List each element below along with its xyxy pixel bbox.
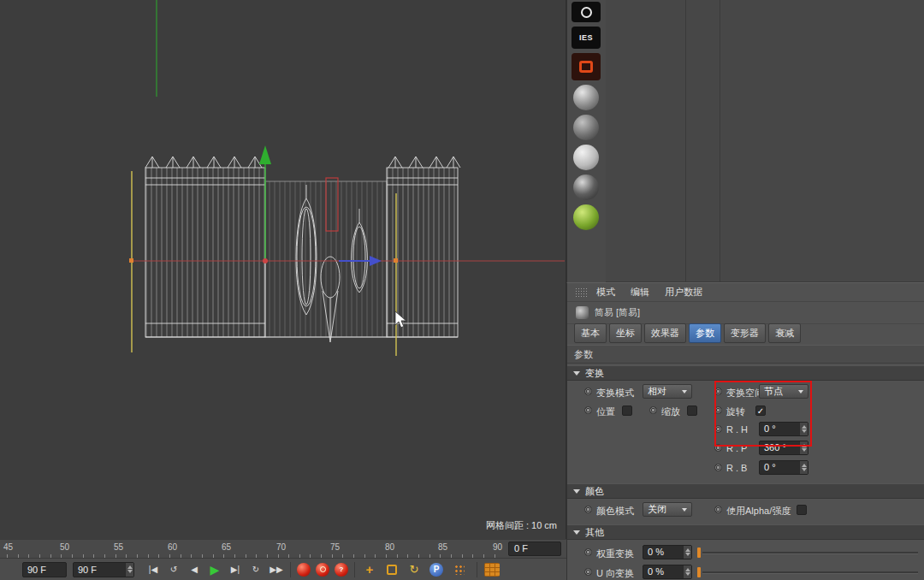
keyframe-options-button[interactable]: ?	[335, 563, 348, 577]
viewport-3d[interactable]: 网格间距 : 10 cm	[0, 0, 566, 539]
tab-deformer[interactable]: 变形器	[724, 323, 766, 343]
menu-userdata[interactable]: 用户数据	[665, 286, 702, 299]
range-start-field[interactable]: 90 F	[22, 562, 67, 577]
goto-start-button[interactable]: |◀	[143, 561, 163, 578]
collapse-caret-icon	[573, 530, 580, 535]
ruler-tick: 90	[493, 542, 502, 552]
ruler-tick: 55	[114, 542, 123, 552]
timeline-ruler[interactable]: 45 50 55 60 65 70 75 80 85 90 0 F	[0, 539, 566, 558]
weight-label: 权重变换	[596, 547, 634, 560]
field-stepper[interactable]	[799, 461, 808, 474]
slider-track[interactable]	[702, 571, 918, 574]
field-stepper[interactable]	[683, 565, 691, 578]
section-color[interactable]: 颜色	[567, 483, 924, 499]
row-weight-transform: 权重变换 0 %	[567, 544, 924, 561]
ruler-tick: 60	[168, 542, 177, 552]
material-sphere-icon[interactable]	[573, 145, 599, 170]
scale-checkbox[interactable]	[687, 405, 697, 416]
handle-point-right[interactable]	[394, 258, 398, 263]
chevron-down-icon	[682, 390, 687, 394]
layout-grid-icon[interactable]	[483, 561, 500, 578]
current-frame-field[interactable]: 0 F	[508, 542, 561, 556]
alpha-checkbox[interactable]	[797, 505, 807, 515]
anim-dot-icon[interactable]	[714, 464, 722, 471]
anim-dot-icon[interactable]	[649, 406, 657, 414]
tab-basic[interactable]: 基本	[574, 323, 607, 343]
params-header: 参数	[567, 345, 924, 364]
anim-dot-icon[interactable]	[584, 568, 592, 576]
u-transform-field[interactable]: 0 %	[643, 565, 692, 579]
field-stepper[interactable]	[683, 546, 691, 559]
record-pla-icon[interactable]	[450, 561, 467, 578]
anim-dot-icon[interactable]	[584, 548, 592, 556]
position-label: 位置	[596, 405, 615, 418]
material-sphere-icon[interactable]	[573, 115, 599, 140]
alpha-label: 使用Alpha/强度	[726, 505, 791, 518]
record-parameter-icon[interactable]: P	[428, 561, 445, 578]
scale-label: 缩放	[661, 405, 680, 418]
ies-light-icon[interactable]: IES	[572, 27, 601, 49]
menu-mode[interactable]: 模式	[596, 286, 615, 299]
weight-field[interactable]: 0 %	[643, 545, 692, 559]
handle-point-left[interactable]	[129, 258, 133, 263]
grid-spacing-label: 网格间距 : 10 cm	[486, 519, 557, 532]
slider-handle[interactable]	[697, 547, 701, 558]
chevron-down-icon	[682, 508, 687, 512]
color-mode-dropdown[interactable]: 关闭	[643, 502, 692, 517]
position-checkbox[interactable]	[622, 405, 632, 416]
row-color-mode: 颜色模式 关闭 使用Alpha/强度	[567, 501, 924, 518]
attribute-tabs: 基本 坐标 效果器 参数 变形器 衰减	[567, 324, 924, 345]
material-sphere-icon[interactable]	[573, 85, 599, 110]
record-scale-icon[interactable]	[383, 561, 400, 578]
row-rotation-b: R . B 0 °	[567, 459, 924, 476]
tab-falloff[interactable]: 衰减	[768, 323, 801, 343]
panel-grip-icon[interactable]	[575, 287, 589, 298]
section-other[interactable]: 其他	[567, 524, 924, 540]
next-frame-button[interactable]: ▶|	[225, 561, 246, 578]
selection-highlight	[326, 178, 338, 231]
y-axis-arrow[interactable]	[259, 145, 271, 164]
object-title: 简易 [简易]	[595, 306, 640, 319]
prev-key-button[interactable]: ↺	[163, 561, 184, 578]
transform-mode-dropdown[interactable]: 相对	[643, 384, 692, 399]
range-end-field[interactable]: 90 F	[73, 562, 134, 577]
record-position-icon[interactable]: +	[361, 561, 378, 578]
collapse-caret-icon	[573, 371, 580, 376]
slider-track[interactable]	[702, 552, 918, 554]
ruler-tick: 45	[3, 542, 13, 552]
field-stepper[interactable]	[125, 563, 133, 577]
render-settings-icon[interactable]	[572, 53, 601, 80]
tab-coord[interactable]: 坐标	[609, 323, 642, 343]
anim-dot-icon[interactable]	[584, 406, 592, 414]
prev-frame-button[interactable]: ◀	[184, 561, 204, 578]
slider-handle[interactable]	[697, 567, 701, 577]
upper-right-panel	[606, 0, 924, 282]
section-transform[interactable]: 变换	[567, 365, 924, 381]
menu-edit[interactable]: 编辑	[631, 286, 649, 299]
rb-field[interactable]: 0 °	[759, 460, 808, 475]
attribute-manager: 模式 编辑 用户数据 简易 [简易] 基本 坐标 效果器 参数 变形器 衰减 参…	[566, 282, 924, 580]
next-key-button[interactable]: ↻	[246, 561, 266, 578]
material-sphere-icon[interactable]	[573, 175, 599, 200]
anim-dot-icon[interactable]	[584, 506, 592, 513]
record-keyframe-button[interactable]	[297, 563, 311, 577]
tab-effector[interactable]: 效果器	[644, 323, 686, 343]
object-origin-dot[interactable]	[263, 258, 268, 263]
row-u-transform: U 向变换 0 %	[567, 564, 924, 580]
divider	[354, 562, 355, 577]
grass-material-icon[interactable]	[573, 204, 599, 230]
tab-parameter[interactable]: 参数	[689, 323, 721, 343]
record-rotation-icon[interactable]: ↻	[406, 561, 423, 578]
autokey-button[interactable]	[316, 563, 329, 577]
ruler-tick: 85	[438, 542, 447, 552]
render-view-icon[interactable]	[572, 2, 601, 22]
ruler-tick: 65	[222, 542, 231, 552]
collapse-caret-icon	[573, 489, 580, 494]
mouse-cursor	[395, 311, 406, 328]
goto-end-button[interactable]: ▶▶	[266, 561, 287, 578]
z-axis-arrow[interactable]	[370, 256, 382, 266]
anim-dot-icon[interactable]	[714, 506, 722, 513]
anim-dot-icon[interactable]	[584, 388, 592, 395]
annotation-highlight-box	[714, 381, 812, 447]
play-button[interactable]: ▶	[204, 561, 225, 578]
